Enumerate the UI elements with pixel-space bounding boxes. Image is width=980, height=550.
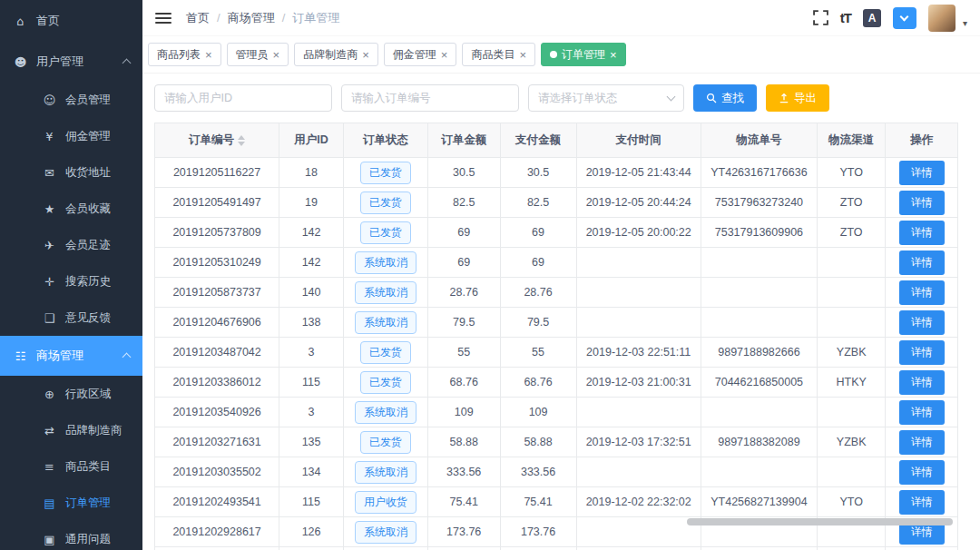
tab-label: 商品类目 — [471, 47, 514, 63]
order-status-placeholder: 请选择订单状态 — [538, 91, 618, 106]
column-header-0[interactable]: 订单编号 — [155, 123, 279, 158]
cell-status: 系统取消 — [343, 398, 427, 427]
cell-order-amount: 333.56 — [427, 457, 500, 487]
cell-status: 系统取消 — [343, 248, 427, 278]
breadcrumb-item-2[interactable]: 订单管理 — [292, 10, 339, 26]
sidebar-item-region[interactable]: ⊕行政区域 — [0, 376, 142, 412]
sidebar-item-common-issue[interactable]: ▣通用问题 — [0, 521, 142, 550]
breadcrumb-item-1[interactable]: 商场管理 — [228, 10, 275, 26]
header-dropdown-button[interactable] — [893, 7, 916, 29]
cell-user-id: 122 — [279, 547, 344, 550]
tab-close-icon[interactable]: × — [610, 49, 617, 61]
cell-user-id: 135 — [279, 427, 344, 457]
tab-goods-list[interactable]: 商品列表× — [148, 43, 221, 66]
user-id-input[interactable] — [154, 84, 332, 112]
cell-status: 系统取消 — [343, 547, 427, 550]
detail-button[interactable]: 详情 — [899, 490, 945, 515]
order-status-badge: 系统取消 — [355, 401, 416, 424]
order-status-badge: 已发货 — [360, 192, 411, 214]
breadcrumb-item-0[interactable]: 首页 — [186, 10, 210, 26]
tab-category[interactable]: 商品类目× — [462, 43, 535, 66]
detail-button[interactable]: 详情 — [899, 430, 945, 455]
sidebar-item-category[interactable]: ≡商品类目 — [0, 448, 142, 485]
cell-ship-sn — [701, 547, 817, 550]
detail-button[interactable]: 详情 — [899, 460, 945, 485]
tab-close-icon[interactable]: × — [362, 49, 369, 61]
detail-button[interactable]: 详情 — [899, 280, 945, 305]
detail-button[interactable]: 详情 — [899, 340, 945, 365]
sidebar-item-member-footprint[interactable]: ✈会员足迹 — [0, 227, 142, 263]
detail-button[interactable]: 详情 — [899, 250, 945, 275]
cell-ship-channel — [818, 248, 886, 278]
detail-button[interactable]: 详情 — [899, 370, 945, 395]
cell-pay-amount: 68.76 — [500, 368, 576, 398]
detail-button[interactable]: 详情 — [899, 191, 945, 215]
detail-button[interactable]: 详情 — [899, 221, 945, 245]
cell-order-sn: 20191203386012 — [155, 368, 279, 398]
detail-button[interactable]: 详情 — [899, 161, 945, 185]
sidebar-item-shipping-address[interactable]: ✉收货地址 — [0, 154, 142, 191]
language-icon[interactable]: A — [863, 9, 881, 27]
cell-order-amount: 173.76 — [427, 517, 500, 547]
hamburger-menu-icon[interactable] — [155, 13, 172, 24]
cell-order-sn: 20191205737809 — [155, 218, 279, 248]
export-button[interactable]: 导出 — [766, 84, 829, 112]
order-status-badge: 系统取消 — [355, 281, 416, 304]
fullscreen-icon[interactable] — [813, 10, 828, 25]
cell-status: 系统取消 — [343, 457, 427, 487]
cell-user-id: 138 — [279, 308, 344, 338]
cell-actions: 详情 — [886, 248, 958, 278]
horizontal-scrollbar-thumb[interactable] — [687, 518, 953, 525]
sidebar-item-order-management[interactable]: ▤订单管理 — [0, 485, 142, 521]
cell-pay-time — [576, 457, 701, 487]
font-size-icon[interactable]: tT — [840, 10, 851, 25]
detail-button[interactable]: 详情 — [899, 310, 945, 335]
user-avatar[interactable] — [928, 5, 956, 32]
search-button[interactable]: 查找 — [693, 84, 757, 112]
tab-brand[interactable]: 品牌制造商× — [294, 43, 378, 66]
cell-user-id: 115 — [279, 368, 344, 398]
tab-order[interactable]: 订单管理× — [541, 43, 626, 66]
cell-actions: 详情 — [886, 487, 958, 517]
cell-pay-time — [576, 308, 701, 338]
sidebar-item-search-history[interactable]: ✛搜索历史 — [0, 263, 142, 300]
tab-commission[interactable]: 佣金管理× — [384, 43, 457, 66]
order-sn-input[interactable] — [341, 84, 519, 112]
order-status-select[interactable]: 请选择订单状态 — [528, 84, 684, 112]
order-management-icon: ▤ — [42, 496, 57, 510]
cell-pay-time — [576, 248, 701, 278]
sort-icon[interactable] — [238, 135, 245, 146]
tab-admin[interactable]: 管理员× — [227, 43, 289, 66]
sidebar-item-label: 通用问题 — [65, 532, 111, 547]
avatar-caret-icon[interactable]: ▾ — [963, 18, 967, 28]
cell-ship-sn — [701, 308, 817, 338]
table-row: 20191203035502134系统取消333.56333.56详情 — [155, 457, 958, 487]
cell-pay-time: 2019-12-02 22:32:02 — [576, 487, 701, 517]
detail-button[interactable]: 详情 — [899, 400, 945, 425]
sidebar-item-brand[interactable]: ⇄品牌制造商 — [0, 412, 142, 448]
sidebar-item-member-management[interactable]: ☺会员管理 — [0, 82, 142, 118]
tab-close-icon[interactable]: × — [273, 49, 280, 61]
cell-pay-amount: 109 — [500, 398, 576, 427]
sidebar-item-feedback[interactable]: ❑意见反馈 — [0, 300, 142, 336]
cell-order-sn: 20191203271631 — [155, 427, 279, 457]
tab-close-icon[interactable]: × — [441, 49, 448, 61]
cell-pay-time — [576, 278, 701, 308]
sidebar-item-member-collection[interactable]: ★会员收藏 — [0, 191, 142, 227]
table-row: 20191205310249142系统取消6969详情 — [155, 248, 958, 278]
sidebar-item-mall-management[interactable]: ☷商场管理 — [0, 336, 142, 376]
table-row: 20191203386012115已发货68.7668.762019-12-03… — [155, 368, 958, 398]
app-root: ⌂首页☻用户管理☺会员管理¥佣金管理✉收货地址★会员收藏✈会员足迹✛搜索历史❑意… — [0, 0, 980, 550]
tab-close-icon[interactable]: × — [519, 49, 526, 61]
tab-label: 商品列表 — [157, 47, 201, 63]
sidebar-item-home[interactable]: ⌂首页 — [0, 0, 142, 42]
common-issue-icon: ▣ — [42, 533, 57, 546]
sidebar-item-label: 收货地址 — [65, 165, 111, 181]
sidebar-item-label: 行政区域 — [65, 387, 111, 402]
cell-order-amount: 30.5 — [427, 158, 500, 188]
table-row: 20191204676906138系统取消79.579.5详情 — [155, 308, 958, 338]
sidebar-item-commission-management[interactable]: ¥佣金管理 — [0, 118, 142, 154]
tab-label: 订单管理 — [562, 47, 605, 63]
tab-close-icon[interactable]: × — [205, 49, 212, 61]
sidebar-item-user-management[interactable]: ☻用户管理 — [0, 42, 142, 82]
